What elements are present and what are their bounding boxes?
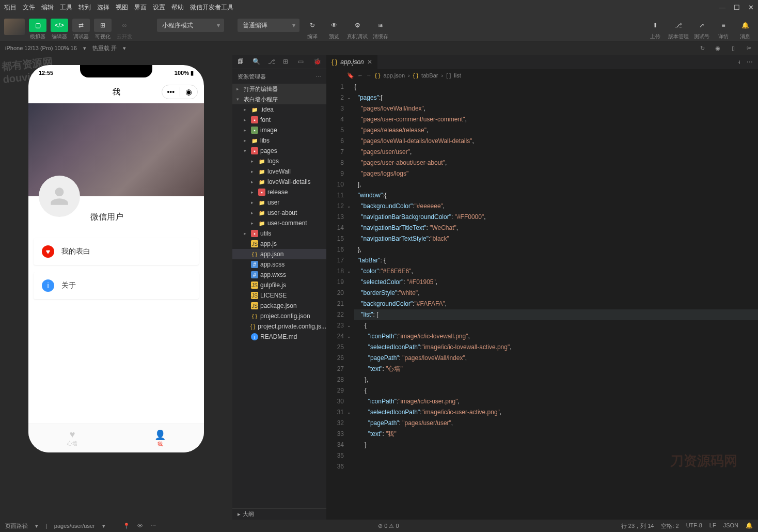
outline-section[interactable]: ▸大纲 bbox=[232, 508, 326, 520]
menu-item[interactable]: 视图 bbox=[116, 3, 128, 12]
tree-item[interactable]: ▾▪pages bbox=[232, 146, 326, 156]
tree-item[interactable]: ▸📁user bbox=[232, 197, 326, 208]
more-icon[interactable]: ⋯ bbox=[747, 58, 753, 66]
menu-item[interactable]: 界面 bbox=[134, 3, 147, 12]
editor-button[interactable]: </> bbox=[51, 19, 68, 32]
tree-item[interactable]: JSLICENSE bbox=[232, 290, 326, 301]
bookmark-icon[interactable]: 🔖 bbox=[347, 72, 354, 79]
list-item[interactable]: i 关于 bbox=[34, 272, 199, 299]
search-icon[interactable]: 🔍 bbox=[252, 58, 260, 66]
tree-item[interactable]: { }project.config.json bbox=[232, 311, 326, 321]
current-page[interactable]: pages/user/user bbox=[54, 523, 95, 529]
back-icon[interactable]: ← bbox=[357, 72, 363, 79]
tree-item[interactable]: ▸▪font bbox=[232, 115, 326, 125]
tree-item[interactable]: ▸📁loveWall bbox=[232, 166, 326, 177]
details-button[interactable]: ≡ bbox=[715, 19, 732, 32]
tree-section[interactable]: ▸打开的编辑器 bbox=[232, 84, 326, 94]
tree-item[interactable]: JSpackage.json bbox=[232, 301, 326, 311]
breadcrumb[interactable]: 🔖 ← → { }app.json ›{ }tabBar ›[ ]list bbox=[326, 69, 758, 82]
visual-button[interactable]: ⊞ bbox=[94, 19, 112, 32]
menu-item[interactable]: 工具 bbox=[60, 3, 72, 12]
tree-item[interactable]: ▸📁user-comment bbox=[232, 218, 326, 228]
debugger-button[interactable]: ⇄ bbox=[72, 19, 90, 32]
page-path-label[interactable]: 页面路径 bbox=[5, 522, 28, 530]
split-icon[interactable]: ⫞ bbox=[737, 58, 740, 66]
menu-item[interactable]: 文件 bbox=[23, 3, 35, 12]
line-ending[interactable]: LF bbox=[709, 522, 716, 530]
minimize-icon[interactable]: — bbox=[719, 4, 725, 11]
cursor-pos[interactable]: 行 23，列 14 bbox=[621, 522, 654, 530]
menu-item[interactable]: 项目 bbox=[4, 3, 17, 12]
bell-icon[interactable]: 🔔 bbox=[746, 522, 753, 530]
capsule[interactable]: •••◉ bbox=[162, 85, 198, 99]
avatar[interactable] bbox=[39, 176, 80, 217]
tree-item[interactable]: ▸▪release bbox=[232, 187, 326, 197]
explorer-icons: 🗐 🔍 ⎇ ⊞ ▭ 🐞 bbox=[232, 55, 326, 69]
clear-cache-button[interactable]: ≋ bbox=[372, 19, 389, 32]
close-icon[interactable]: ✕ bbox=[367, 58, 372, 66]
tree-item[interactable]: ▸📁.idea bbox=[232, 104, 326, 115]
location-icon[interactable]: 📍 bbox=[123, 523, 130, 529]
upload-button[interactable]: ⬆ bbox=[646, 19, 664, 32]
tree-item[interactable]: { }project.private.config.js... bbox=[232, 321, 326, 332]
simulator-button[interactable]: ▢ bbox=[29, 19, 46, 32]
refresh-icon[interactable]: ↻ bbox=[698, 44, 706, 52]
preview-button[interactable]: 👁 bbox=[325, 19, 343, 32]
tree-item[interactable]: JSgulpfile.js bbox=[232, 280, 326, 290]
bug-icon[interactable]: 🐞 bbox=[313, 58, 321, 66]
editor-tab[interactable]: { } app.json ✕ bbox=[326, 55, 377, 69]
grid-icon[interactable]: ⊞ bbox=[283, 58, 291, 66]
menu-item[interactable]: 设置 bbox=[153, 3, 165, 12]
spaces[interactable]: 空格: 2 bbox=[661, 522, 678, 530]
explorer-title: 资源管理器⋯ bbox=[232, 69, 326, 84]
cloud-button[interactable]: ∞ bbox=[116, 19, 133, 32]
tree-item[interactable]: ▸▪image bbox=[232, 125, 326, 135]
tree-item[interactable]: ▸▪utils bbox=[232, 228, 326, 239]
phone-icon[interactable]: ▯ bbox=[729, 44, 737, 52]
menu-item[interactable]: 微信开发者工具 bbox=[190, 3, 233, 12]
compile-select[interactable]: 普通编译 bbox=[238, 19, 299, 32]
remote-debug-button[interactable]: ⚙ bbox=[349, 19, 366, 32]
menu-item[interactable]: 编辑 bbox=[41, 3, 54, 12]
tree-item[interactable]: #app.scss bbox=[232, 259, 326, 270]
forward-icon[interactable]: → bbox=[366, 72, 372, 79]
more-icon[interactable]: ⋯ bbox=[150, 523, 156, 529]
project-icon[interactable] bbox=[4, 19, 25, 35]
encoding[interactable]: UTF-8 bbox=[686, 522, 702, 530]
more-icon[interactable]: ⋯ bbox=[315, 73, 321, 80]
messages-button[interactable]: 🔔 bbox=[736, 19, 754, 32]
version-button[interactable]: ⎇ bbox=[670, 19, 687, 32]
errors[interactable]: ⊘ 0 ⚠ 0 bbox=[378, 523, 399, 529]
record-icon[interactable]: ◉ bbox=[714, 44, 722, 52]
version-label: 版本管理 bbox=[668, 33, 689, 40]
tree-item[interactable]: ▸📁loveWall-details bbox=[232, 177, 326, 187]
mode-select[interactable]: 小程序模式 bbox=[157, 19, 224, 32]
tree-item[interactable]: ▸📁libs bbox=[232, 135, 326, 146]
device-label[interactable]: iPhone 12/13 (Pro) 100% 16 bbox=[5, 45, 77, 51]
tree-item[interactable]: ▸📁logs bbox=[232, 156, 326, 166]
branch-icon[interactable]: ⎇ bbox=[268, 58, 276, 66]
maximize-icon[interactable]: ☐ bbox=[734, 4, 740, 11]
tree-item[interactable]: iREADME.md bbox=[232, 332, 326, 342]
menu-item[interactable]: 转到 bbox=[78, 3, 91, 12]
eye-icon[interactable]: 👁 bbox=[137, 523, 143, 529]
box-icon[interactable]: ▭ bbox=[298, 58, 306, 66]
menu-item[interactable]: 帮助 bbox=[171, 3, 184, 12]
tree-section[interactable]: ▾表白墙小程序 bbox=[232, 94, 326, 104]
menu-item[interactable]: 选择 bbox=[97, 3, 109, 12]
cut-icon[interactable]: ✂ bbox=[745, 44, 753, 52]
tab-me[interactable]: 👤 我 bbox=[116, 424, 204, 452]
code-area[interactable]: 1⌄234567891011⌄121314151617⌄1819202122⌄2… bbox=[326, 82, 758, 520]
tree-item[interactable]: #app.wxss bbox=[232, 270, 326, 280]
compile-button[interactable]: ↻ bbox=[304, 19, 321, 32]
tree-item[interactable]: { }app.json bbox=[232, 249, 326, 259]
tree-item[interactable]: JSapp.js bbox=[232, 239, 326, 249]
hotreload-label[interactable]: 热重载 开 bbox=[92, 44, 117, 52]
language[interactable]: JSON bbox=[723, 522, 738, 530]
tab-wall[interactable]: ♥ 心墙 bbox=[28, 424, 116, 452]
list-item[interactable]: ♥ 我的表白 bbox=[34, 238, 199, 265]
files-icon[interactable]: 🗐 bbox=[238, 58, 245, 66]
close-icon[interactable]: ✕ bbox=[748, 4, 754, 11]
test-button[interactable]: ↗ bbox=[693, 19, 710, 32]
tree-item[interactable]: ▸📁user-about bbox=[232, 208, 326, 218]
